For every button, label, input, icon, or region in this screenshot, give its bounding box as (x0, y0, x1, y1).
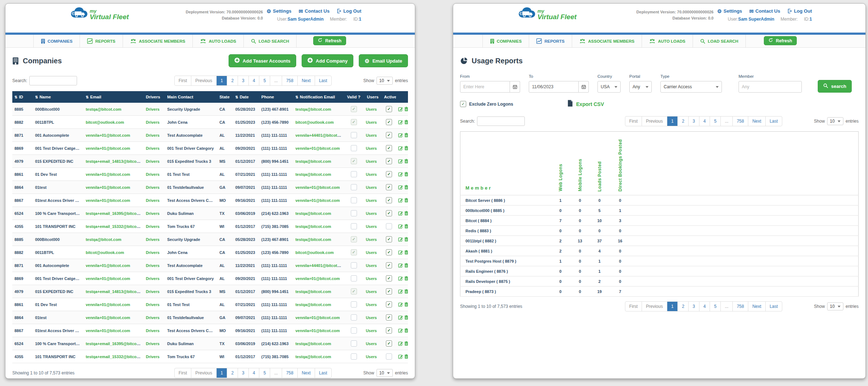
page-758[interactable]: 758 (282, 76, 298, 85)
notification-email-link[interactable]: vennila+01@bitcot.com (295, 315, 340, 320)
drivers-link[interactable]: Drivers (146, 328, 159, 333)
active-checkbox[interactable]: ✓ (386, 288, 392, 294)
active-checkbox[interactable]: ✓ (386, 145, 392, 151)
valid-checkbox[interactable]: ✓ (351, 223, 357, 229)
column-header-id[interactable]: ⇅ID (12, 91, 33, 103)
edit-icon[interactable] (398, 354, 403, 359)
page-previous[interactable]: Previous (642, 116, 667, 126)
delete-icon[interactable] (404, 263, 408, 268)
valid-checkbox[interactable]: ✓ (351, 327, 357, 334)
drivers-link[interactable]: Drivers (146, 289, 159, 294)
email-link[interactable]: testqa+email_15332@bitcot.com (86, 224, 144, 229)
valid-checkbox[interactable]: ✓ (351, 210, 357, 216)
valid-checkbox[interactable]: ✓ (351, 249, 357, 255)
app-logo[interactable]: my Virtual Fleet (70, 6, 129, 23)
sort-icon[interactable]: ⇅ (235, 95, 238, 99)
delete-icon[interactable] (404, 185, 408, 190)
email-link[interactable]: testqa+email_15332@bitcot.com (86, 355, 144, 359)
page-last[interactable]: Last (315, 368, 331, 378)
notification-email-link[interactable]: testqa@bitcot.com (295, 237, 331, 242)
page-1[interactable]: 1 (217, 76, 227, 85)
drivers-link[interactable]: Drivers (146, 342, 159, 346)
nav-item-auto-loads[interactable]: AUTO LOADS (193, 35, 244, 47)
delete-icon[interactable] (404, 172, 408, 177)
active-checkbox[interactable]: ✓ (386, 249, 392, 255)
edit-icon[interactable] (398, 224, 403, 229)
nav-item-associate-members[interactable]: ASSOCIATE MEMBERS (123, 35, 193, 47)
add-company-button[interactable]: Add Company (302, 54, 353, 67)
users-link[interactable]: Users (366, 263, 377, 268)
log-out-link[interactable]: Log Out (787, 8, 812, 14)
delete-icon[interactable] (404, 133, 408, 137)
edit-icon[interactable] (398, 211, 403, 216)
active-checkbox[interactable]: ✓ (386, 158, 392, 164)
page-next[interactable]: Next (298, 368, 315, 378)
page-1[interactable]: 1 (217, 368, 227, 378)
edit-icon[interactable] (398, 263, 403, 268)
active-checkbox[interactable]: ✓ (386, 132, 392, 138)
page-1[interactable]: 1 (667, 302, 678, 311)
email-link[interactable]: vennila+01@bitcot.com (86, 198, 130, 203)
entries-per-page-select[interactable]: 10 (376, 369, 393, 377)
email-link[interactable]: vennila+01@bitcot.com (86, 328, 130, 333)
delete-icon[interactable] (404, 237, 408, 242)
page-next[interactable]: Next (298, 76, 315, 85)
page-last[interactable]: Last (315, 76, 331, 85)
notification-email-link[interactable]: vennila+01@bitcot.com (295, 198, 340, 203)
notification-email-link[interactable]: testqa@bitcot.com (295, 355, 331, 359)
users-link[interactable]: Users (366, 133, 377, 137)
notification-email-link[interactable]: testqa@bitcot.com (295, 172, 331, 177)
valid-checkbox[interactable]: ✓ (351, 314, 357, 321)
users-link[interactable]: Users (366, 159, 377, 164)
active-checkbox[interactable]: ✓ (386, 171, 392, 177)
page-2[interactable]: 2 (678, 116, 689, 126)
valid-checkbox[interactable]: ✓ (351, 275, 357, 281)
page-next[interactable]: Next (748, 302, 766, 311)
page-2[interactable]: 2 (227, 368, 238, 378)
users-link[interactable]: Users (366, 185, 377, 190)
users-link[interactable]: Users (366, 237, 377, 242)
edit-icon[interactable] (398, 341, 403, 346)
notification-email-link[interactable]: testqa@bitcot.com (295, 211, 331, 216)
edit-icon[interactable] (398, 276, 403, 281)
delete-icon[interactable] (404, 107, 408, 111)
delete-icon[interactable] (404, 289, 408, 294)
delete-icon[interactable] (404, 354, 408, 359)
drivers-link[interactable]: Drivers (146, 159, 159, 164)
valid-checkbox[interactable]: ✓ (351, 353, 357, 360)
page-2[interactable]: 2 (227, 76, 238, 85)
column-header-email[interactable]: ⇅Email (84, 91, 144, 103)
contact-us-link[interactable]: ✉Contact Us (299, 8, 329, 14)
member-input[interactable] (739, 81, 802, 93)
users-link[interactable]: Users (366, 224, 377, 229)
drivers-link[interactable]: Drivers (146, 355, 159, 359)
edit-icon[interactable] (398, 146, 403, 150)
valid-checkbox[interactable]: ✓ (351, 288, 357, 294)
page-758[interactable]: 758 (733, 116, 748, 126)
edit-icon[interactable] (398, 133, 403, 137)
active-checkbox[interactable]: ✓ (386, 314, 392, 321)
drivers-link[interactable]: Drivers (146, 146, 159, 150)
delete-icon[interactable] (404, 328, 408, 333)
active-checkbox[interactable]: ✓ (386, 223, 392, 229)
contact-us-link[interactable]: ✉Contact Us (749, 8, 780, 14)
notification-email-link[interactable]: vennila+01@bitcot.com (295, 328, 340, 333)
email-link[interactable]: testqa+email_14813@bitcot.com (86, 289, 144, 294)
users-link[interactable]: Users (366, 289, 377, 294)
email-link[interactable]: vennila+01@bitcot.com (86, 302, 130, 307)
active-checkbox[interactable]: ✓ (386, 210, 392, 216)
active-checkbox[interactable]: ✓ (386, 236, 392, 242)
column-header-name[interactable]: ⇅Name (33, 91, 84, 103)
page-4[interactable]: 4 (699, 116, 710, 126)
email-link[interactable]: testqa+email_16395@bitcot.com (86, 211, 144, 216)
notification-email-link[interactable]: testqa@bitcot.com (295, 224, 331, 229)
entries-per-page-select[interactable]: 10 (376, 77, 393, 85)
edit-icon[interactable] (398, 159, 403, 164)
add-teaser-accounts-button[interactable]: Add Teaser Accounts (229, 54, 296, 67)
users-link[interactable]: Users (366, 276, 377, 281)
email-link[interactable]: vennila+01@bitcot.com (86, 185, 130, 190)
column-header-notification-email[interactable]: ⇅Notification Email (293, 91, 344, 103)
users-link[interactable]: Users (366, 146, 377, 150)
valid-checkbox[interactable]: ✓ (351, 171, 357, 177)
active-checkbox[interactable]: ✓ (386, 275, 392, 281)
